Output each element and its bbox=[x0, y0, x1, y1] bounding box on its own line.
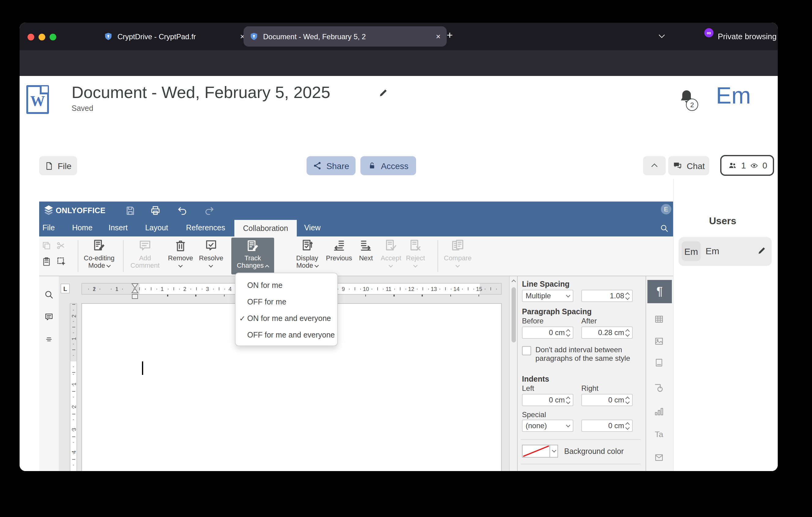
new-tab-button[interactable]: + bbox=[447, 29, 453, 42]
indent-right-spinner[interactable]: 0 cm bbox=[581, 394, 633, 406]
line-spacing-value-spinner[interactable]: 1.08 bbox=[581, 290, 633, 302]
editors-people-icon bbox=[727, 161, 738, 170]
undo-icon[interactable] bbox=[177, 205, 188, 216]
save-icon[interactable] bbox=[125, 205, 136, 216]
tab-view[interactable]: View bbox=[304, 224, 321, 232]
copy-icon[interactable] bbox=[41, 241, 51, 250]
navigation-panel-icon[interactable] bbox=[44, 336, 54, 344]
menu-item-on-for-everyone[interactable]: ✓ON for me and everyone bbox=[236, 310, 337, 326]
headers-footers-settings-tab[interactable] bbox=[655, 357, 663, 368]
tab-insert[interactable]: Insert bbox=[109, 224, 128, 232]
next-change-icon[interactable] bbox=[359, 239, 373, 252]
resolve-label[interactable]: Resolve bbox=[199, 254, 223, 269]
presence-counts[interactable]: 1 0 bbox=[720, 155, 774, 176]
close-tab-icon[interactable]: × bbox=[436, 32, 441, 41]
left-panel-strip bbox=[39, 276, 59, 471]
background-color-dropdown[interactable] bbox=[550, 445, 558, 458]
special-indent-select[interactable]: (none) bbox=[522, 419, 573, 432]
collapse-toolbar-button[interactable] bbox=[643, 156, 666, 175]
find-icon[interactable] bbox=[44, 290, 54, 300]
user-card[interactable]: Em Em bbox=[678, 237, 772, 266]
vertical-scrollbar[interactable] bbox=[509, 276, 517, 471]
add-comment-icon[interactable] bbox=[138, 239, 152, 252]
display-mode-icon[interactable] bbox=[300, 239, 314, 252]
background-color-swatch[interactable] bbox=[522, 445, 550, 458]
cut-icon[interactable] bbox=[56, 241, 66, 250]
file-button[interactable]: File bbox=[39, 156, 77, 175]
indents-heading: Indents bbox=[522, 375, 549, 383]
previous-label[interactable]: Previous bbox=[326, 254, 352, 262]
coediting-mode-icon[interactable] bbox=[92, 239, 106, 252]
previous-change-icon[interactable] bbox=[332, 239, 346, 252]
tab-document-active[interactable]: Document - Wed, February 5, 2 × bbox=[243, 26, 447, 47]
paragraph-settings-panel bbox=[517, 276, 645, 471]
share-icon bbox=[313, 161, 322, 170]
spacing-before-spinner[interactable]: 0 cm bbox=[522, 326, 573, 339]
vertical-ruler[interactable]: 21123456 bbox=[70, 303, 77, 471]
menu-item-off-for-me[interactable]: OFF for me bbox=[236, 293, 337, 310]
paste-icon[interactable] bbox=[41, 256, 51, 267]
compare-icon[interactable] bbox=[451, 239, 464, 252]
tab-home[interactable]: Home bbox=[72, 224, 93, 232]
tab-references[interactable]: References bbox=[186, 224, 225, 232]
edit-name-pencil-icon[interactable] bbox=[757, 246, 767, 255]
tab-stop-selector[interactable]: L bbox=[61, 283, 70, 293]
chat-button[interactable]: Chat bbox=[668, 156, 709, 175]
display-mode-label[interactable]: DisplayMode bbox=[296, 254, 318, 269]
resolve-comment-icon[interactable] bbox=[204, 239, 218, 252]
table-settings-tab[interactable] bbox=[654, 315, 665, 324]
rename-pencil-icon[interactable] bbox=[378, 88, 388, 98]
indent-marker[interactable] bbox=[131, 282, 139, 300]
menu-item-off-for-everyone[interactable]: OFF for me and everyone bbox=[236, 326, 337, 343]
list-tabs-chevron-icon[interactable] bbox=[659, 32, 665, 38]
redo-icon[interactable] bbox=[204, 205, 215, 216]
compare-label[interactable]: Compare bbox=[444, 254, 472, 269]
maximize-window-button[interactable] bbox=[50, 33, 56, 40]
interval-checkbox[interactable] bbox=[522, 346, 531, 355]
tab-collaboration-active[interactable]: Collaboration bbox=[234, 220, 297, 237]
mail-merge-settings-tab[interactable] bbox=[654, 453, 665, 462]
reject-change-icon[interactable] bbox=[409, 239, 422, 252]
chart-settings-tab[interactable] bbox=[654, 407, 664, 416]
screen: CryptDrive - CryptPad.fr × Document - We… bbox=[0, 0, 812, 517]
print-icon[interactable] bbox=[150, 205, 161, 216]
accept-change-icon[interactable] bbox=[384, 239, 398, 252]
remove-label[interactable]: Remove bbox=[168, 254, 193, 269]
coediting-mode-label[interactable]: Co-editingMode bbox=[84, 254, 114, 269]
track-changes-button-active[interactable]: TrackChanges bbox=[231, 238, 274, 274]
menu-item-on-for-me[interactable]: ON for me bbox=[236, 277, 337, 293]
share-button[interactable]: Share bbox=[307, 156, 355, 175]
spacing-after-spinner[interactable]: 0.28 cm bbox=[581, 326, 633, 339]
vertical-scrollbar-thumb[interactable] bbox=[511, 287, 516, 343]
next-label[interactable]: Next bbox=[359, 254, 373, 262]
interval-label-line2[interactable]: paragraphs of the same style bbox=[535, 354, 630, 363]
tab-layout[interactable]: Layout bbox=[145, 224, 168, 232]
image-settings-tab[interactable] bbox=[654, 336, 665, 346]
comments-panel-icon[interactable] bbox=[44, 312, 54, 322]
reject-label[interactable]: Reject bbox=[406, 254, 425, 269]
accept-label[interactable]: Accept bbox=[381, 254, 401, 269]
user-avatar: Em bbox=[682, 241, 701, 261]
indent-left-spinner[interactable]: 0 cm bbox=[522, 394, 573, 406]
share-button-label: Share bbox=[326, 161, 349, 171]
paragraph-spacing-heading: Paragraph Spacing bbox=[522, 307, 592, 316]
textart-settings-tab[interactable]: Ta bbox=[655, 430, 663, 439]
add-comment-label[interactable]: AddComment bbox=[130, 254, 160, 269]
minimize-window-button[interactable] bbox=[38, 33, 45, 40]
close-window-button[interactable] bbox=[28, 33, 34, 40]
paragraph-settings-tab-active[interactable]: ¶ bbox=[647, 280, 672, 303]
access-button[interactable]: Access bbox=[360, 156, 416, 175]
account-avatar[interactable]: Em bbox=[716, 83, 751, 109]
tab-cryptdrive[interactable]: CryptDrive - CryptPad.fr × bbox=[98, 26, 251, 47]
onlyoffice-logo bbox=[42, 204, 55, 217]
show-advanced-settings-link[interactable]: Show advanced settings bbox=[517, 470, 645, 471]
shape-settings-tab[interactable] bbox=[654, 383, 664, 393]
select-all-icon[interactable] bbox=[56, 256, 67, 267]
search-icon[interactable] bbox=[660, 224, 669, 233]
line-spacing-type-select[interactable]: Multiple bbox=[522, 290, 573, 302]
special-indent-spinner[interactable]: 0 cm bbox=[581, 419, 633, 432]
remove-comment-icon[interactable] bbox=[174, 239, 187, 252]
tab-file[interactable]: File bbox=[42, 224, 55, 232]
document-title[interactable]: Document - Wed, February 5, 2025 bbox=[71, 83, 330, 102]
interval-label-line1[interactable]: Don't add interval between bbox=[535, 346, 622, 354]
